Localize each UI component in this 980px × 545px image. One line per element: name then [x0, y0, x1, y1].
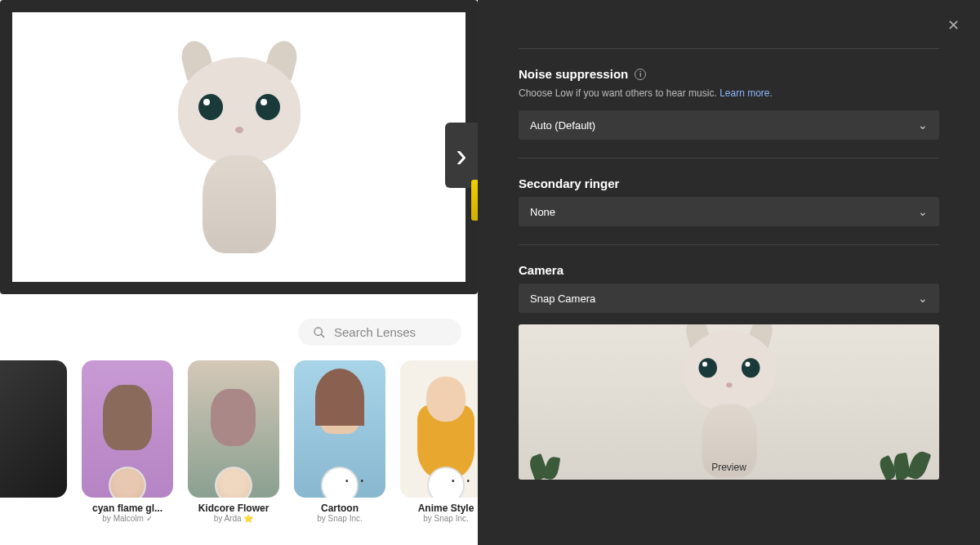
- search-row: Search Lenses: [0, 310, 478, 354]
- lens-circle-icon: [215, 467, 252, 498]
- cat-filter-preview: [158, 41, 321, 253]
- info-icon[interactable]: i: [635, 69, 646, 80]
- noise-suppression-dropdown[interactable]: Auto (Default) ⌄: [519, 110, 939, 140]
- lens-item[interactable]: [0, 360, 67, 523]
- noise-title-text: Noise suppression: [519, 67, 628, 81]
- lens-carousel[interactable]: cyan flame gl... by Malcolm ✓ Kidcore Fl…: [0, 354, 478, 531]
- section-title: Secondary ringer: [519, 176, 939, 190]
- section-title: Noise suppression i: [519, 67, 939, 81]
- section-title: Camera: [519, 263, 939, 277]
- camera-preview: Preview: [519, 324, 939, 480]
- lens-thumbnail: [400, 360, 478, 498]
- lens-thumbnail: [82, 360, 173, 498]
- chevron-down-icon: ⌄: [918, 292, 928, 305]
- svg-point-0: [314, 328, 322, 335]
- lens-thumbnail: [0, 360, 67, 498]
- lens-item[interactable]: Kidcore Flower by Arda ⭐: [188, 360, 279, 523]
- dropdown-value: Snap Camera: [530, 293, 595, 305]
- lens-item[interactable]: Anime Style by Snap Inc.: [400, 360, 478, 523]
- svg-line-1: [321, 334, 324, 337]
- next-arrow-icon[interactable]: ›: [445, 123, 478, 188]
- dropdown-value: None: [530, 206, 555, 218]
- search-input[interactable]: Search Lenses: [298, 319, 461, 346]
- section-description: Choose Low if you want others to hear mu…: [519, 87, 939, 99]
- lens-name: Kidcore Flower: [188, 503, 279, 514]
- lens-author: by Malcolm ✓: [82, 514, 173, 523]
- chevron-down-icon: ⌄: [918, 205, 928, 218]
- secondary-ringer-dropdown[interactable]: None ⌄: [519, 197, 939, 226]
- lens-item[interactable]: cyan flame gl... by Malcolm ✓: [82, 360, 173, 523]
- secondary-ringer-section: Secondary ringer None ⌄: [519, 159, 939, 245]
- camera-title-text: Camera: [519, 263, 564, 277]
- noise-suppression-section: Noise suppression i Choose Low if you wa…: [519, 49, 939, 159]
- camera-section: Camera Snap Camera ⌄: [519, 245, 939, 498]
- preview-frame: [0, 0, 478, 294]
- learn-more-link[interactable]: Learn more.: [719, 87, 773, 99]
- lens-name: Cartoon: [294, 503, 385, 514]
- chevron-down-icon: ⌄: [918, 118, 928, 132]
- lens-author: by Snap Inc.: [294, 514, 385, 523]
- search-placeholder: Search Lenses: [334, 325, 416, 339]
- cat-filter-preview-small: [668, 324, 791, 478]
- lens-author: by Arda ⭐: [188, 514, 279, 523]
- snap-camera-panel: › Search Lenses cyan flame gl... by Malc…: [0, 0, 478, 545]
- camera-dropdown[interactable]: Snap Camera ⌄: [519, 284, 939, 313]
- ringer-title-text: Secondary ringer: [519, 176, 619, 190]
- teams-settings-panel: ✕ Noise suppression i Choose Low if you …: [478, 0, 980, 545]
- search-icon: [313, 326, 326, 339]
- lens-name: Anime Style: [400, 503, 478, 514]
- noise-desc-text: Choose Low if you want others to hear mu…: [519, 87, 717, 99]
- divider: [519, 33, 939, 49]
- lens-author: by Snap Inc.: [400, 514, 478, 523]
- lens-circle-icon: [109, 467, 146, 498]
- camera-preview-area: ›: [0, 0, 478, 310]
- lens-thumbnail: [294, 360, 385, 498]
- lens-circle-icon: [321, 467, 359, 498]
- plant-decoration: [878, 443, 927, 480]
- lens-item[interactable]: Cartoon by Snap Inc.: [294, 360, 385, 523]
- lens-circle-icon: [427, 467, 465, 498]
- plant-decoration: [531, 447, 572, 480]
- lens-name: cyan flame gl...: [82, 503, 173, 514]
- preview-label: Preview: [711, 462, 746, 473]
- close-icon[interactable]: ✕: [947, 16, 960, 34]
- dropdown-value: Auto (Default): [530, 119, 595, 132]
- lens-thumbnail: [188, 360, 279, 498]
